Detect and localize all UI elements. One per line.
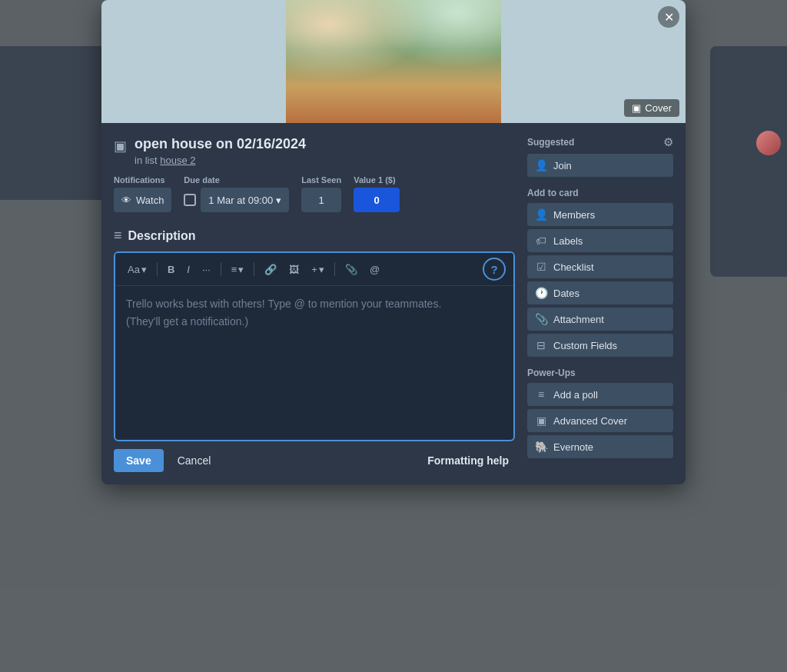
card-list-info: in list house 2	[134, 155, 306, 166]
suggested-label: Suggested	[527, 137, 574, 148]
last-seen-label: Last Seen	[301, 175, 341, 185]
placeholder-line2: (They'll get a notification.)	[126, 313, 503, 330]
power-ups-label: Power-Ups	[527, 368, 576, 378]
notifications-field: Notifications 👁 Watch	[114, 175, 171, 212]
font-button[interactable]: Aa ▾	[123, 261, 151, 278]
card-title: open house on 02/16/2024	[134, 135, 306, 153]
help-button[interactable]: ?	[483, 258, 506, 281]
list-button[interactable]: ≡ ▾	[227, 261, 249, 278]
list-link[interactable]: house 2	[160, 155, 195, 166]
add-button[interactable]: + ▾	[307, 261, 329, 278]
sidebar-btn-icon: ☑	[535, 261, 547, 273]
formatting-help-button[interactable]: Formatting help	[421, 449, 515, 472]
mention-button[interactable]: @	[365, 261, 384, 278]
cover-area: ▣ Cover ✕	[101, 0, 686, 123]
due-date-label: Due date	[184, 175, 289, 185]
sidebar-btn-label: Labels	[553, 235, 583, 247]
sidebar-btn-custom-fields[interactable]: ⊟Custom Fields	[527, 334, 673, 357]
power-ups-header: Power-Ups	[527, 368, 673, 378]
toolbar-divider-3	[254, 262, 254, 276]
gear-button[interactable]: ⚙	[663, 135, 673, 149]
sidebar-btn-icon: 🕐	[535, 287, 547, 299]
bold-button[interactable]: B	[163, 261, 179, 278]
save-button[interactable]: Save	[114, 449, 164, 472]
fields-row: Notifications 👁 Watch Due date 1 Mar at …	[114, 175, 515, 212]
cover-image	[286, 0, 501, 123]
cancel-button[interactable]: Cancel	[171, 449, 218, 472]
image-icon: 🖼	[289, 264, 299, 275]
due-date-button[interactable]: 1 Mar at 09:00 ▾	[201, 188, 289, 212]
sidebar-btn-icon: ⊟	[535, 339, 547, 351]
power-up-btn-evernote[interactable]: 🐘Evernote	[527, 435, 673, 458]
value-button[interactable]: 0	[354, 188, 400, 212]
power-up-btn-advanced-cover[interactable]: ▣Advanced Cover	[527, 409, 673, 432]
join-label: Join	[553, 160, 572, 171]
avatar	[756, 131, 781, 155]
image-button[interactable]: 🖼	[284, 261, 304, 278]
notifications-label: Notifications	[114, 175, 171, 185]
attach-button[interactable]: 📎	[340, 261, 362, 278]
bg-left-panel	[0, 46, 108, 200]
toolbar-divider-1	[157, 262, 158, 276]
editor-content[interactable]: Trello works best with others! Type @ to…	[115, 286, 513, 440]
power-up-icon: ▣	[535, 414, 547, 427]
join-icon: 👤	[535, 159, 547, 171]
due-date-checkbox[interactable]	[184, 194, 196, 206]
sidebar-btn-label: Members	[553, 209, 595, 221]
cover-button[interactable]: ▣ Cover	[624, 99, 679, 117]
description-header: ≡ Description	[114, 228, 515, 244]
watch-label: Watch	[136, 195, 164, 206]
card-title-area: ▣ open house on 02/16/2024 in list house…	[114, 135, 515, 166]
sidebar-btn-label: Checklist	[553, 261, 594, 273]
last-seen-field: Last Seen 1	[301, 175, 341, 212]
power-up-label: Advanced Cover	[553, 415, 627, 427]
power-up-icon: 🐘	[535, 441, 547, 453]
sidebar-btn-icon: 👤	[535, 208, 547, 221]
close-button[interactable]: ✕	[658, 6, 679, 28]
sidebar-btn-icon: 📎	[535, 313, 547, 325]
sidebar-btn-labels[interactable]: 🏷Labels	[527, 229, 673, 252]
cover-icon: ▣	[632, 102, 641, 114]
more-button[interactable]: ···	[198, 261, 215, 278]
add-to-card-header: Add to card	[527, 188, 673, 198]
sidebar-btn-checklist[interactable]: ☑Checklist	[527, 255, 673, 278]
toolbar-divider-2	[221, 262, 221, 276]
sidebar-btn-dates[interactable]: 🕐Dates	[527, 281, 673, 304]
close-icon: ✕	[664, 10, 674, 25]
bg-right-panel	[710, 46, 787, 277]
italic-button[interactable]: I	[182, 261, 194, 278]
due-date-value: 1 Mar at 09:00	[208, 195, 273, 206]
power-ups-buttons: ≡Add a poll▣Advanced Cover🐘Evernote	[527, 383, 673, 458]
cover-label: Cover	[645, 102, 672, 114]
description-title: Description	[128, 229, 196, 243]
link-icon: 🔗	[264, 264, 277, 275]
sidebar-btn-icon: 🏷	[535, 235, 547, 247]
card-title-text: open house on 02/16/2024 in list house 2	[134, 135, 306, 166]
add-caret-icon: ▾	[319, 264, 324, 275]
due-date-field: Due date 1 Mar at 09:00 ▾	[184, 175, 289, 212]
link-button[interactable]: 🔗	[260, 261, 281, 278]
add-to-card-label: Add to card	[527, 188, 579, 198]
gear-icon: ⚙	[663, 135, 673, 148]
watch-button[interactable]: 👁 Watch	[114, 188, 171, 212]
chevron-down-icon: ▾	[276, 195, 281, 206]
sidebar-btn-label: Dates	[553, 288, 579, 299]
description-editor: Aa ▾ B I ··· ≡ ▾	[114, 251, 515, 441]
placeholder-line1: Trello works best with others! Type @ to…	[126, 295, 503, 312]
description-icon: ≡	[114, 228, 122, 244]
list-prefix: in list	[134, 155, 158, 166]
power-up-label: Add a poll	[553, 389, 598, 401]
power-up-label: Evernote	[553, 441, 593, 453]
power-up-btn-add-a-poll[interactable]: ≡Add a poll	[527, 383, 673, 406]
last-seen-value: 1	[301, 188, 341, 212]
editor-toolbar: Aa ▾ B I ··· ≡ ▾	[115, 253, 513, 286]
main-content: ▣ open house on 02/16/2024 in list house…	[114, 135, 515, 472]
join-button[interactable]: 👤 Join	[527, 154, 673, 177]
value-value: 0	[374, 195, 380, 206]
eye-icon: 👁	[121, 195, 131, 206]
sidebar-buttons: 👤Members🏷Labels☑Checklist🕐Dates📎Attachme…	[527, 203, 673, 357]
sidebar-btn-label: Custom Fields	[553, 340, 617, 351]
sidebar-btn-attachment[interactable]: 📎Attachment	[527, 308, 673, 331]
sidebar-btn-members[interactable]: 👤Members	[527, 203, 673, 226]
font-caret-icon: ▾	[141, 264, 147, 275]
